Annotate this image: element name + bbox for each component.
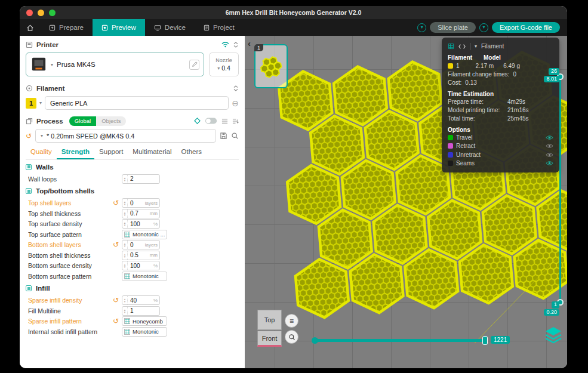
- scope-global[interactable]: Global: [69, 116, 96, 126]
- view-menu-button[interactable]: ≡: [285, 314, 298, 328]
- revert-icon[interactable]: ↺: [113, 241, 119, 248]
- revert-icon[interactable]: ↺: [113, 317, 119, 325]
- settings-tab-support[interactable]: Support: [94, 145, 128, 159]
- gcode-view-icon[interactable]: [458, 44, 466, 50]
- spinner-arrows[interactable]: ▴▾: [122, 251, 128, 260]
- scope-objects[interactable]: Objects: [96, 116, 126, 126]
- spinner-arrows[interactable]: ▴▾: [122, 307, 128, 315]
- view-top-button[interactable]: Top: [257, 310, 282, 330]
- filament-select[interactable]: Generic PLA: [45, 96, 229, 110]
- plate-number-badge: 1: [254, 44, 263, 51]
- move-slider-handle[interactable]: [482, 336, 488, 345]
- unfold-icon[interactable]: [233, 85, 239, 91]
- export-gcode-button[interactable]: Export G-code file: [492, 22, 560, 33]
- eye-icon[interactable]: [546, 152, 553, 158]
- edit-printer-icon[interactable]: [189, 60, 199, 70]
- layer-slider-track[interactable]: [559, 76, 561, 304]
- group-header[interactable]: Infill: [20, 282, 245, 295]
- slice-dropdown-icon[interactable]: ▾: [417, 23, 426, 32]
- revert-icon[interactable]: ↺: [113, 297, 119, 304]
- param-input[interactable]: ▴▾2: [122, 174, 160, 184]
- remove-filament-icon[interactable]: ⊖: [232, 99, 239, 107]
- param-input[interactable]: ▴▾100%: [122, 219, 160, 229]
- minimize-button[interactable]: [38, 10, 44, 16]
- settings-tab-quality[interactable]: Quality: [26, 145, 57, 159]
- eye-icon[interactable]: [546, 161, 553, 166]
- tab-label: Prepare: [59, 24, 84, 31]
- plate-thumbnail[interactable]: 1: [254, 44, 288, 88]
- home-icon[interactable]: [20, 19, 40, 36]
- eye-icon[interactable]: [546, 143, 553, 149]
- sort-params-icon[interactable]: [232, 118, 239, 124]
- spinner-arrows[interactable]: ▴▾: [122, 175, 128, 183]
- param-input[interactable]: ▴▾0.5mm: [122, 251, 160, 260]
- param-label: Internal solid infill pattern: [28, 328, 113, 335]
- pattern-select[interactable]: Monotonic: [122, 272, 167, 281]
- chevron-down-icon[interactable]: ▾: [475, 44, 477, 49]
- spinner-arrows[interactable]: ▴▾: [122, 220, 128, 228]
- advanced-toggle[interactable]: [205, 118, 217, 124]
- settings-tab-multimaterial[interactable]: Multimaterial: [128, 145, 176, 159]
- pattern-select[interactable]: Monotonic: [122, 327, 167, 337]
- printer-select[interactable]: ▾ Prusa MK4S: [26, 53, 204, 76]
- sidebar: Printer ▾ Prusa MK4S: [20, 36, 245, 368]
- compare-icon[interactable]: [194, 118, 201, 124]
- fullscreen-button[interactable]: [49, 10, 56, 16]
- process-scope-toggle[interactable]: Global Objects: [69, 116, 127, 126]
- list-view-icon[interactable]: [221, 118, 228, 124]
- grid-view-icon[interactable]: [448, 43, 454, 50]
- titlebar[interactable]: 6mm Hex Drill Bit Honeycomb Generator V2…: [20, 6, 567, 19]
- slice-plate-button[interactable]: Slice plate: [430, 22, 476, 33]
- tab-project[interactable]: Project: [195, 19, 244, 36]
- nozzle-label: Nozzle: [216, 57, 232, 63]
- layers-icon[interactable]: [544, 326, 562, 345]
- sidebar-collapse-arrow[interactable]: ‹: [248, 38, 251, 48]
- revert-icon[interactable]: ↺: [113, 199, 119, 206]
- param-input[interactable]: ▴▾0layers: [122, 240, 160, 249]
- pattern-select[interactable]: Monotonic ...: [122, 230, 167, 239]
- viewport-3d[interactable]: ‹ 1 ▾ Filament Filamen: [245, 36, 567, 368]
- spinner-arrows[interactable]: ▴▾: [122, 209, 128, 218]
- zoom-button[interactable]: [285, 330, 298, 344]
- tab-preview[interactable]: Preview: [93, 19, 145, 36]
- group-checkbox-icon[interactable]: [26, 285, 32, 291]
- settings-tab-strength[interactable]: Strength: [57, 145, 94, 159]
- close-button[interactable]: [26, 10, 33, 16]
- spinner-arrows[interactable]: ▴▾: [122, 296, 128, 304]
- filament-slot-chip[interactable]: 1: [26, 98, 36, 109]
- param-input[interactable]: ▴▾0.7mm: [122, 209, 160, 218]
- filament-length: 2.17 m: [476, 63, 494, 69]
- layer-slider-bottom-values: 1 0.20: [544, 301, 559, 316]
- param-label: Top surface density: [28, 220, 113, 227]
- pattern-select[interactable]: Honeycomb: [122, 316, 167, 326]
- export-dropdown-icon[interactable]: ▾: [479, 23, 488, 32]
- search-icon[interactable]: [231, 132, 239, 140]
- spinner-arrows[interactable]: ▴▾: [122, 199, 128, 207]
- total-time-row: Total time: 25m45s: [448, 114, 553, 122]
- group-header[interactable]: Top/bottom shells: [20, 184, 245, 198]
- move-slider-track[interactable]: [315, 339, 484, 342]
- model-time-value: 21m16s: [507, 107, 529, 113]
- spinner-arrows[interactable]: ▴▾: [122, 241, 128, 249]
- tab-prepare[interactable]: Prepare: [40, 19, 93, 36]
- spinner-arrows[interactable]: ▴▾: [122, 261, 128, 270]
- param-input[interactable]: ▴▾0layers: [122, 198, 160, 208]
- eye-icon[interactable]: [546, 135, 553, 140]
- app-window: 6mm Hex Drill Bit Honeycomb Generator V2…: [20, 6, 567, 368]
- param-input[interactable]: ▴▾100%: [122, 261, 160, 270]
- param-input[interactable]: ▴▾1: [122, 306, 160, 316]
- group-checkbox-icon[interactable]: [26, 188, 32, 194]
- process-preset-select[interactable]: ▾ * 0.20mm SPEED @MK4S 0.4: [35, 129, 216, 143]
- group-header[interactable]: Walls: [20, 160, 245, 174]
- view-front-button[interactable]: Front: [257, 331, 282, 347]
- column-model: Model: [484, 54, 501, 61]
- nozzle-select[interactable]: Nozzle ▾0.4: [209, 53, 239, 76]
- save-preset-icon[interactable]: [220, 132, 227, 140]
- param-input[interactable]: ▴▾40%: [122, 295, 160, 305]
- wifi-icon[interactable]: [221, 41, 229, 48]
- settings-tab-others[interactable]: Others: [177, 145, 207, 159]
- revert-icon[interactable]: ↺: [26, 132, 32, 140]
- unfold-icon[interactable]: [233, 42, 239, 48]
- tab-device[interactable]: Device: [145, 19, 195, 36]
- group-checkbox-icon[interactable]: [26, 164, 32, 170]
